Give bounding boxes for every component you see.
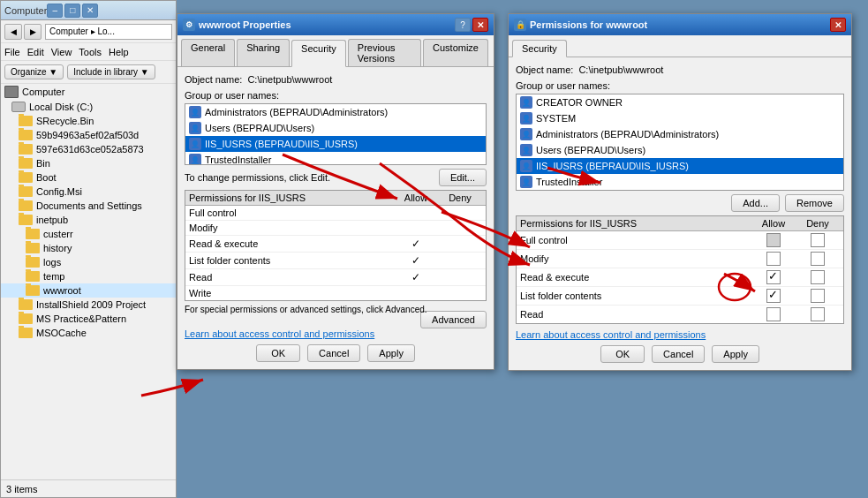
perm2-allow-fullcontrol[interactable]: [751, 233, 796, 247]
perm2-row-readexec: Read & execute: [517, 268, 843, 287]
perm-user-system[interactable]: 👤 SYSTEM: [517, 110, 843, 126]
user-icon: 👤: [189, 154, 201, 165]
explorer-close-btn[interactable]: ✕: [82, 4, 98, 18]
user-iis[interactable]: 👤 IIS_IUSRS (BEPRAUD\IIS_IUSRS): [185, 136, 486, 152]
perm-user-admins[interactable]: 👤 Administrators (BEPRAUD\Administrators…: [517, 126, 843, 142]
explorer-toolbar: ◀ ▶ Computer ▸ Lo...: [1, 20, 176, 43]
menu-view[interactable]: View: [51, 47, 72, 57]
folder-icon: [26, 285, 40, 296]
user-users[interactable]: 👤 Users (BEPRAUD\Users): [185, 120, 486, 136]
perm-ok-btn[interactable]: OK: [600, 345, 645, 363]
perms-section: Permissions for IIS_IUSRS Allow Deny Ful…: [185, 190, 487, 301]
checkbox-fullcontrol-allow[interactable]: [766, 233, 781, 247]
sidebar-item-597[interactable]: 597e631d63ce052a5873: [1, 142, 176, 156]
sidebar-item-custerr[interactable]: custerr: [1, 227, 176, 241]
back-btn[interactable]: ◀: [4, 24, 22, 40]
perm-user-list[interactable]: 👤 CREATOR OWNER 👤 SYSTEM 👤 Administrator…: [516, 94, 844, 191]
perm-user-creator[interactable]: 👤 CREATOR OWNER: [517, 94, 843, 110]
learn-link[interactable]: Learn about access control and permissio…: [185, 328, 374, 339]
sidebar-item-logs[interactable]: logs: [1, 255, 176, 269]
sidebar-item-bin[interactable]: Bin: [1, 156, 176, 170]
remove-btn[interactable]: Remove: [785, 194, 844, 212]
perm2-deny-readexec[interactable]: [796, 270, 840, 284]
explorer-minimize-btn[interactable]: –: [47, 4, 63, 18]
wwwroot-apply-btn[interactable]: Apply: [367, 344, 415, 362]
tab-security[interactable]: Security: [291, 40, 346, 67]
perm-user-users[interactable]: 👤 Users (BEPRAUD\Users): [517, 142, 843, 158]
forward-btn[interactable]: ▶: [24, 24, 42, 40]
sidebar-item-msocache[interactable]: MSOCache: [1, 326, 176, 340]
sidebar-label-59b: 59b94963a5ef02af503d: [36, 130, 139, 140]
tab-prev-versions[interactable]: Previous Versions: [348, 39, 421, 66]
sidebar-item-localdisk[interactable]: Local Disk (C:): [1, 100, 176, 114]
perm2-deny-listfolder[interactable]: [796, 289, 840, 303]
perm2-allow-read[interactable]: [751, 307, 796, 321]
perm-name-modify: Modify: [189, 223, 394, 233]
advanced-btn[interactable]: Advanced: [420, 311, 487, 328]
perm-user-iis[interactable]: 👤 IIS_IUSRS (BEPRAUD\IIS_IUSRS): [517, 158, 843, 174]
perm-cancel-btn[interactable]: Cancel: [652, 345, 705, 363]
checkbox-readexec-deny[interactable]: [811, 270, 825, 284]
checkbox-modify-allow[interactable]: [766, 252, 781, 266]
sidebar-label-inetpub: inetpub: [36, 215, 68, 225]
wwwroot-help-btn[interactable]: ?: [455, 18, 471, 32]
add-btn[interactable]: Add...: [731, 194, 780, 212]
user-admins[interactable]: 👤 Administrators (BEPRAUD\Administrators…: [185, 104, 486, 120]
perm-user-trusted[interactable]: 👤 TrustedInstaller: [517, 174, 843, 190]
sidebar-item-history[interactable]: history: [1, 241, 176, 255]
sidebar-label-history: history: [43, 243, 72, 253]
sidebar-item-installshield[interactable]: InstallShield 2009 Project: [1, 298, 176, 312]
checkbox-listfolder-allow[interactable]: [766, 289, 781, 303]
menu-help[interactable]: Help: [109, 47, 129, 57]
sidebar-label-bin: Bin: [36, 158, 50, 169]
sidebar-item-boot[interactable]: Boot: [1, 170, 176, 185]
user-icon: 👤: [520, 112, 532, 124]
menu-tools[interactable]: Tools: [79, 47, 102, 57]
checkbox-read-allow[interactable]: [766, 307, 781, 321]
sidebar-item-mspractice[interactable]: MS Practice&Pattern: [1, 312, 176, 326]
sidebar-item-temp[interactable]: temp: [1, 269, 176, 283]
organize-btn[interactable]: Organize ▼: [4, 64, 64, 79]
include-library-btn[interactable]: Include in library ▼: [67, 64, 155, 79]
explorer-maximize-btn[interactable]: □: [64, 4, 80, 18]
perm2-row-read: Read: [517, 306, 843, 323]
checkbox-listfolder-deny[interactable]: [811, 289, 825, 303]
sidebar-item-59b[interactable]: 59b94963a5ef02af503d: [1, 128, 176, 142]
sidebar-item-inetpub[interactable]: inetpub: [1, 213, 176, 227]
address-bar[interactable]: Computer ▸ Lo...: [45, 24, 172, 40]
perm2-deny-modify[interactable]: [796, 252, 840, 266]
checkbox-fullcontrol-deny[interactable]: [811, 233, 825, 247]
menu-edit[interactable]: Edit: [27, 47, 44, 57]
tab-perm-security[interactable]: Security: [512, 40, 567, 57]
checkbox-read-deny[interactable]: [811, 307, 825, 321]
menu-file[interactable]: File: [4, 47, 20, 57]
perm-row-modify: Modify: [185, 221, 486, 236]
perm2-deny-fullcontrol[interactable]: [796, 233, 840, 247]
sidebar-item-wwwroot[interactable]: wwwroot: [1, 283, 176, 298]
user-list[interactable]: 👤 Administrators (BEPRAUD\Administrators…: [185, 103, 487, 165]
wwwroot-ok-btn[interactable]: OK: [256, 344, 300, 362]
tab-general[interactable]: General: [181, 39, 235, 66]
user-trusted[interactable]: 👤 TrustedInstaller: [185, 152, 486, 165]
perm2-allow-listfolder[interactable]: [751, 289, 796, 303]
wwwroot-btn-row: OK Cancel Apply: [185, 344, 487, 362]
checkbox-readexec-allow[interactable]: [766, 270, 781, 284]
sidebar-item-docs[interactable]: Documents and Settings: [1, 199, 176, 213]
sidebar-item-configmsi[interactable]: Config.Msi: [1, 185, 176, 199]
tab-sharing[interactable]: Sharing: [237, 39, 290, 66]
perm-learn-link[interactable]: Learn about access control and permissio…: [516, 329, 706, 340]
tab-customize[interactable]: Customize: [423, 39, 488, 66]
permissions-close-btn[interactable]: ✕: [830, 18, 846, 32]
perm2-allow-readexec[interactable]: [751, 270, 796, 284]
edit-btn[interactable]: Edit...: [439, 169, 487, 186]
sidebar-item-srecycle[interactable]: SRecycle.Bin: [1, 114, 176, 128]
checkbox-modify-deny[interactable]: [811, 252, 825, 266]
wwwroot-close-btn[interactable]: ✕: [472, 18, 488, 32]
user-admins-label: Administrators (BEPRAUD\Administrators): [205, 107, 388, 117]
perm2-allow-modify[interactable]: [751, 252, 796, 266]
sidebar-item-computer[interactable]: Computer: [1, 84, 176, 100]
perm-user-iis-label: IIS_IUSRS (BEPRAUD\IIS_IUSRS): [536, 161, 689, 171]
perm2-deny-read[interactable]: [796, 307, 840, 321]
wwwroot-cancel-btn[interactable]: Cancel: [307, 344, 360, 362]
perm-apply-btn[interactable]: Apply: [712, 345, 759, 363]
